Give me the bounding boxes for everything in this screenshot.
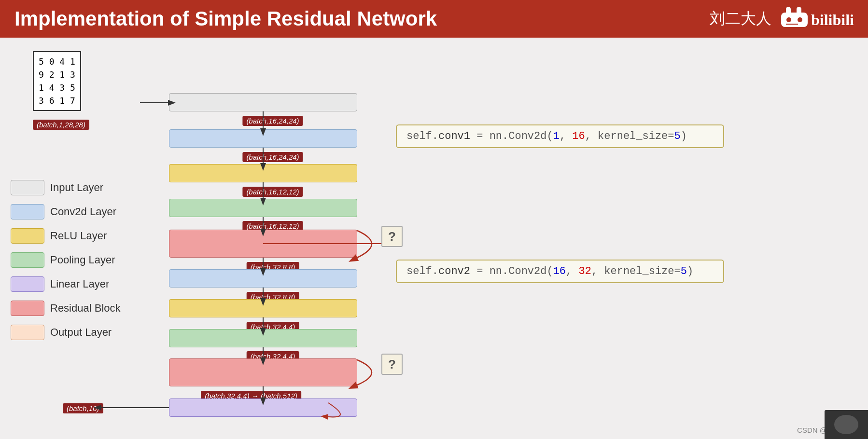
- legend-box-residual: [11, 301, 44, 316]
- svg-point-3: [786, 17, 791, 22]
- legend-output: Output Layer: [11, 325, 121, 340]
- question-box-2: ?: [381, 354, 403, 375]
- header: Implementation of Simple Residual Networ…: [0, 0, 868, 38]
- matrix-row4: 3 6 1 7: [39, 94, 75, 107]
- legend-input: Input Layer: [11, 180, 121, 195]
- matrix-row1: 5 0 4 1: [39, 55, 75, 68]
- legend-box-relu: [11, 228, 44, 244]
- shape-after-relu1: (batch,16,12,12): [242, 187, 303, 197]
- legend-linear: Linear Layer: [11, 276, 121, 292]
- matrix-row3: 1 4 3 5: [39, 81, 75, 94]
- pool2-layer-block: [169, 329, 357, 347]
- input-matrix: 5 0 4 1 9 2 1 3 1 4 3 5 3 6 1 7: [33, 51, 81, 111]
- res2-layer-block: [169, 358, 357, 386]
- svg-rect-2: [781, 13, 808, 27]
- svg-point-4: [798, 17, 802, 22]
- legend-box-input: [11, 180, 44, 195]
- camera-thumbnail-person: [834, 415, 858, 434]
- legend-conv2d: Conv2d Layer: [11, 204, 121, 220]
- code-conv2: self.conv2 = nn.Conv2d(16, 32, kernel_si…: [396, 260, 724, 283]
- relu1-layer-block: [169, 164, 357, 182]
- legend-box-pooling: [11, 252, 44, 268]
- arrows-overlay: [0, 38, 868, 439]
- logo-area: 刘二大人 bilibili: [710, 5, 854, 33]
- legend-box-output: [11, 325, 44, 340]
- legend-label-pooling: Pooling Layer: [50, 254, 115, 266]
- svg-text:bilibili: bilibili: [811, 11, 854, 28]
- linear-layer-block: [169, 398, 357, 417]
- legend: Input Layer Conv2d Layer ReLU Layer Pool…: [11, 180, 121, 349]
- legend-box-conv2d: [11, 204, 44, 220]
- shape-after-conv1: (batch,16,24,24): [242, 152, 303, 162]
- bilibili-logo: bilibili: [776, 5, 854, 33]
- matrix-row2: 9 2 1 3: [39, 68, 75, 81]
- code-conv1: self.conv1 = nn.Conv2d(1, 16, kernel_siz…: [396, 124, 724, 148]
- legend-pooling: Pooling Layer: [11, 252, 121, 268]
- conv1-layer-block: [169, 129, 357, 148]
- relu2-layer-block: [169, 299, 357, 317]
- input-shape-label: (batch,1,28,28): [33, 120, 89, 130]
- main-content: 5 0 4 1 9 2 1 3 1 4 3 5 3 6 1 7 (batch,1…: [0, 38, 868, 439]
- question-box-1: ?: [381, 226, 403, 247]
- logo-text: 刘二大人: [710, 8, 771, 29]
- conv2-layer-block: [169, 269, 357, 288]
- legend-label-residual: Residual Block: [50, 302, 121, 315]
- pool1-layer-block: [169, 199, 357, 217]
- legend-label-output: Output Layer: [50, 326, 112, 339]
- input-layer-block: [169, 93, 357, 111]
- res1-layer-block: [169, 230, 357, 258]
- camera-thumbnail: [825, 410, 868, 439]
- legend-residual: Residual Block: [11, 301, 121, 316]
- shape-after-input: (batch,16,24,24): [242, 116, 303, 126]
- legend-relu: ReLU Layer: [11, 228, 121, 244]
- page-title: Implementation of Simple Residual Networ…: [14, 7, 437, 30]
- legend-box-linear: [11, 276, 44, 292]
- legend-label-input: Input Layer: [50, 181, 103, 194]
- output-shape-label: (batch,10): [63, 403, 103, 413]
- legend-label-linear: Linear Layer: [50, 278, 109, 290]
- legend-label-relu: ReLU Layer: [50, 230, 107, 242]
- legend-label-conv2d: Conv2d Layer: [50, 206, 116, 218]
